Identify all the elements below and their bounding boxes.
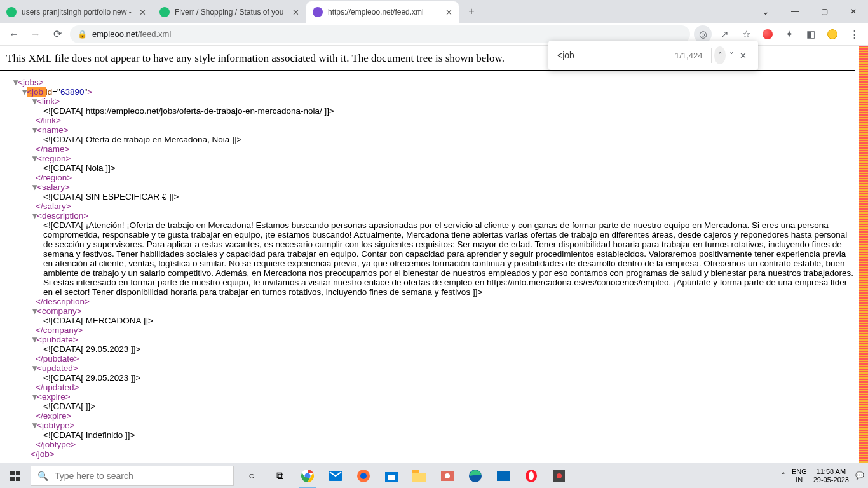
system-tray: ˄ ENG IN 11:58 AM 29-05-2023 💬 (782, 468, 868, 484)
svg-rect-12 (497, 471, 510, 481)
separator (711, 48, 712, 63)
extensions-button[interactable]: ✦ (780, 25, 798, 43)
find-next-button[interactable]: ˅ (726, 46, 737, 64)
job-id-value: 63890 (60, 87, 85, 97)
store-icon[interactable] (377, 463, 405, 489)
chrome-icon[interactable] (294, 463, 322, 489)
tray-chevron-icon[interactable]: ˄ (782, 471, 785, 480)
toggle-icon[interactable]: ▼ (31, 154, 37, 163)
maximize-button[interactable]: ▢ (810, 0, 839, 23)
toggle-icon[interactable]: ▼ (11, 78, 18, 87)
browser-tab-active[interactable]: https://empleoo.net/feed.xml ✕ (306, 1, 459, 23)
start-button[interactable] (0, 463, 31, 489)
svg-point-10 (445, 473, 450, 478)
svg-rect-8 (412, 470, 419, 473)
edge-icon[interactable] (461, 463, 489, 489)
close-icon[interactable]: ✕ (445, 8, 452, 17)
extension-icon[interactable] (759, 25, 776, 43)
search-icon: 🔍 (37, 471, 48, 481)
pubdate-value: 29.05.2023 (86, 344, 129, 354)
toggle-icon[interactable]: ▼ (31, 211, 37, 220)
tab-title: https://empleoo.net/feed.xml (328, 8, 440, 17)
find-close-button[interactable]: ✕ (738, 46, 749, 64)
forward-button[interactable]: → (27, 25, 44, 43)
menu-button[interactable]: ⋮ (845, 25, 863, 43)
find-count: 1/1,424 (675, 51, 702, 60)
opera-icon[interactable] (517, 463, 545, 489)
vertical-scrollbar[interactable] (859, 46, 868, 463)
svg-rect-6 (388, 475, 395, 480)
url-path: /feed.xml (138, 29, 172, 39)
taskview-icon[interactable]: ⧉ (266, 463, 294, 489)
svg-point-4 (360, 473, 367, 479)
close-icon[interactable]: ✕ (139, 8, 146, 17)
lock-icon: 🔒 (78, 30, 87, 39)
search-placeholder: Type here to search (55, 471, 133, 481)
app2-icon[interactable] (545, 463, 573, 489)
xml-tree: ▼<jobs> ▼<job id="63890"> ▼<link> <![CDA… (0, 78, 859, 463)
close-window-button[interactable]: ✕ (839, 0, 868, 23)
new-tab-button[interactable]: + (463, 3, 480, 20)
jobtype-value: Indefinido (86, 430, 123, 440)
back-button[interactable]: ← (5, 25, 23, 43)
favicon-icon (313, 7, 323, 17)
browser-tab[interactable]: Fiverr / Shopping / Status of you ✕ (153, 1, 306, 23)
tab-title: Fiverr / Shopping / Status of you (175, 8, 287, 17)
favicon-icon (159, 7, 170, 17)
taskbar: 🔍 Type here to search ○ ⧉ ˄ ENG IN 11:58… (0, 463, 868, 488)
tab-strip: users pranjitsingh portfolio new - ✕ Fiv… (0, 0, 868, 23)
svg-point-16 (557, 473, 562, 478)
mail-icon[interactable] (322, 463, 349, 489)
link-value: https://empleoo.net/jobs/oferta-de-traba… (86, 106, 322, 116)
favicon-icon (6, 7, 17, 17)
toggle-icon[interactable]: ▼ (31, 421, 37, 430)
find-input[interactable] (557, 50, 668, 60)
firefox-icon[interactable] (349, 463, 377, 489)
explorer-icon[interactable] (405, 463, 433, 489)
find-bar: 1/1,424 ˄ ˅ ✕ (548, 41, 758, 70)
task-icons: ○ ⧉ (238, 463, 573, 489)
svg-point-14 (529, 471, 534, 480)
clock[interactable]: 11:58 AM 29-05-2023 (813, 468, 849, 484)
region-value: Noia (86, 163, 104, 173)
chevron-down-icon[interactable]: ⌄ (751, 0, 780, 23)
toggle-icon[interactable]: ▼ (31, 335, 37, 344)
app-icon[interactable] (489, 463, 517, 489)
minimize-button[interactable]: — (780, 0, 810, 23)
close-icon[interactable]: ✕ (292, 8, 299, 17)
reload-button[interactable]: ⟳ (48, 25, 66, 43)
profile-icon[interactable] (824, 25, 841, 43)
toggle-icon[interactable]: ▼ (20, 87, 27, 97)
page-content: This XML file does not appear to have an… (0, 46, 859, 463)
description-value: ¡Atención! ¡Oferta de trabajo en Mercado… (43, 220, 853, 297)
taskbar-search[interactable]: 🔍 Type here to search (31, 466, 234, 486)
company-value: MERCADONA (86, 316, 141, 325)
toggle-icon[interactable]: ▼ (31, 392, 37, 402)
divider (0, 70, 855, 71)
name-value: Oferta de trabajo en Mercadona, Noia (86, 135, 230, 144)
salary-value: SIN ESPECIFICAR € (86, 192, 167, 201)
notifications-icon[interactable]: 💬 (855, 471, 864, 480)
toggle-icon[interactable]: ▼ (31, 306, 37, 316)
updated-value: 29.05.2023 (86, 373, 129, 383)
window-controls: ⌄ — ▢ ✕ (751, 0, 868, 23)
url-domain: empleoo.net (92, 29, 138, 39)
sidepanel-icon[interactable]: ◧ (802, 25, 820, 43)
toggle-icon[interactable]: ▼ (31, 182, 37, 192)
language-indicator[interactable]: ENG IN (792, 468, 807, 484)
photos-icon[interactable] (433, 463, 461, 489)
tab-title: users pranjitsingh portfolio new - (22, 8, 134, 17)
toggle-icon[interactable]: ▼ (31, 97, 37, 106)
find-prev-button[interactable]: ˄ (714, 46, 726, 64)
toggle-icon[interactable]: ▼ (31, 125, 37, 135)
svg-rect-7 (412, 473, 426, 482)
cortana-icon[interactable]: ○ (238, 463, 266, 489)
browser-tab[interactable]: users pranjitsingh portfolio new - ✕ (0, 1, 153, 23)
toggle-icon[interactable]: ▼ (31, 363, 37, 373)
